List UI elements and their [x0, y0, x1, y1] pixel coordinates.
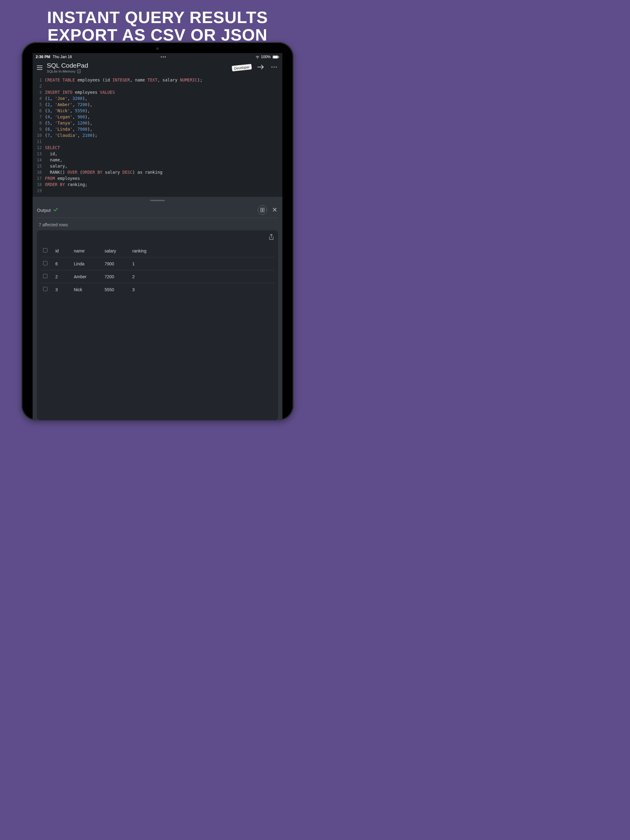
cell: Linda	[71, 257, 102, 270]
row-checkbox[interactable]	[43, 287, 47, 291]
line-number: 3	[33, 89, 45, 95]
result-card: idnamesalaryranking 6Linda790012Amber720…	[37, 230, 278, 420]
cell: 7900	[102, 257, 130, 270]
select-all-checkbox[interactable]	[43, 248, 47, 253]
code-line: 1CREATE TABLE employees (id INTEGER, nam…	[33, 77, 282, 83]
table-row[interactable]: 2Amber72002	[41, 270, 274, 283]
battery-icon	[272, 55, 279, 59]
battery-percent: 100%	[261, 55, 271, 59]
affected-rows-label: 7 affected rows	[37, 218, 278, 230]
export-button[interactable]	[269, 234, 274, 242]
promo-headline: INSTANT QUERY RESULTS EXPORT AS CSV OR J…	[0, 0, 315, 43]
line-number: 5	[33, 101, 45, 107]
column-header[interactable]: id	[53, 245, 71, 257]
output-label: Output	[37, 208, 51, 213]
row-checkbox[interactable]	[43, 274, 47, 278]
app-screen: 2:36 PM Thu Jan 18 ••• 100% SQL CodePad	[33, 53, 282, 420]
developer-badge: Developer	[232, 64, 252, 71]
svg-rect-2	[279, 56, 279, 57]
view-mode-button[interactable]	[258, 205, 267, 215]
tab-count-badge: 1	[77, 69, 81, 73]
code-line: 2	[33, 83, 282, 89]
code-line: 10(7, 'Claudia', 2100);	[33, 132, 282, 138]
line-number: 18	[33, 182, 45, 188]
panel-drag-handle[interactable]	[150, 200, 165, 201]
cell: 7200	[102, 270, 130, 283]
code-line: 19	[33, 188, 282, 194]
cell: 1	[130, 257, 274, 270]
code-line: 3INSERT INTO employees VALUES	[33, 89, 282, 95]
code-line: 7(4, 'Logan', 900),	[33, 114, 282, 120]
output-panel: Output 7 affected rows idnamesalaryr	[33, 197, 282, 420]
wifi-icon	[255, 55, 260, 59]
menu-button[interactable]	[36, 64, 43, 71]
cell: 6	[53, 257, 71, 270]
column-header[interactable]: ranking	[130, 245, 274, 257]
cell: Amber	[71, 270, 102, 283]
code-line: 11	[33, 138, 282, 145]
line-number: 8	[33, 120, 45, 126]
cell: 2	[53, 270, 71, 283]
column-header[interactable]: name	[71, 245, 102, 257]
db-engine-label: SQLite In-Memory	[47, 69, 75, 73]
result-table: idnamesalaryranking 6Linda790012Amber720…	[41, 245, 274, 296]
line-number: 1	[33, 77, 45, 83]
line-number: 13	[33, 151, 45, 157]
cell: Nick	[71, 283, 102, 296]
close-output-button[interactable]	[271, 207, 278, 213]
camera-dot	[156, 47, 159, 50]
app-header: SQL CodePad SQLite In-Memory 1 Developer	[33, 60, 282, 76]
line-number: 11	[33, 138, 45, 145]
run-button[interactable]	[255, 64, 266, 71]
table-row[interactable]: 3Nick55503	[41, 283, 274, 296]
table-row[interactable]: 6Linda79001	[41, 257, 274, 270]
status-bar: 2:36 PM Thu Jan 18 ••• 100%	[33, 53, 282, 60]
multitask-dots: •••	[72, 55, 255, 59]
line-number: 19	[33, 188, 45, 194]
code-line: 18ORDER BY ranking;	[33, 182, 282, 188]
status-time: 2:36 PM	[36, 55, 50, 59]
svg-rect-1	[273, 56, 278, 58]
cell: 3	[130, 283, 274, 296]
code-line: 12SELECT	[33, 145, 282, 151]
line-number: 17	[33, 175, 45, 182]
cell: 5550	[102, 283, 130, 296]
line-number: 14	[33, 157, 45, 163]
line-number: 6	[33, 107, 45, 114]
app-title: SQL CodePad	[47, 62, 88, 69]
code-line: 16 RANK() OVER (ORDER BY salary DESC) as…	[33, 169, 282, 175]
line-number: 15	[33, 163, 45, 169]
code-line: 13 id,	[33, 151, 282, 157]
line-number: 7	[33, 114, 45, 120]
svg-point-5	[275, 66, 277, 67]
cell: 3	[53, 283, 71, 296]
code-line: 6(3, 'Nick', 5550),	[33, 107, 282, 114]
line-number: 2	[33, 83, 45, 89]
line-number: 16	[33, 169, 45, 175]
more-button[interactable]	[269, 64, 279, 71]
svg-point-4	[274, 66, 274, 67]
code-line: 5(2, 'Amber', 7200),	[33, 101, 282, 107]
line-number: 10	[33, 132, 45, 138]
code-line: 9(6, 'Linda', 7900),	[33, 126, 282, 132]
code-editor[interactable]: 1CREATE TABLE employees (id INTEGER, nam…	[33, 76, 282, 197]
row-checkbox[interactable]	[43, 261, 47, 265]
code-line: 17FROM employees	[33, 175, 282, 182]
status-date: Thu Jan 18	[52, 55, 72, 59]
line-number: 9	[33, 126, 45, 132]
svg-point-3	[271, 66, 272, 67]
column-header[interactable]: salary	[102, 245, 130, 257]
code-line: 4(1, 'Joe', 3200),	[33, 95, 282, 101]
code-line: 14 name,	[33, 157, 282, 163]
code-line: 8(5, 'Tanya', 1200),	[33, 120, 282, 126]
line-number: 4	[33, 95, 45, 101]
cell: 2	[130, 270, 274, 283]
success-check-icon	[53, 208, 58, 213]
line-number: 12	[33, 145, 45, 151]
tablet-frame: 2:36 PM Thu Jan 18 ••• 100% SQL CodePad	[22, 42, 293, 420]
code-line: 15 salary,	[33, 163, 282, 169]
